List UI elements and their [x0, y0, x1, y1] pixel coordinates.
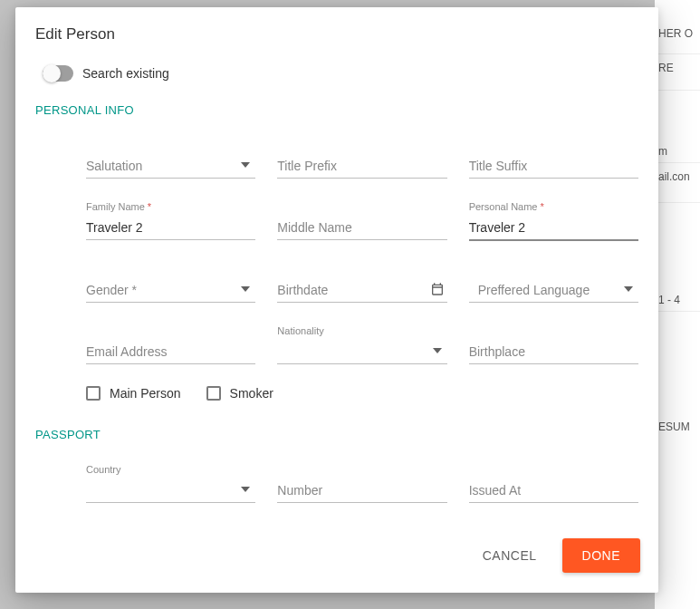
passport-country-input[interactable] — [86, 478, 255, 503]
family-name-field[interactable]: Family Name — [86, 200, 255, 241]
salutation-input[interactable] — [86, 153, 255, 179]
passport-country-label: Country — [86, 463, 255, 476]
birthdate-field[interactable]: . — [277, 263, 446, 303]
done-button[interactable]: DONE — [562, 538, 640, 573]
salutation-field[interactable]: . — [86, 139, 255, 179]
preferred-language-field[interactable]: . — [469, 263, 638, 303]
passport-country-field[interactable]: Country — [86, 463, 255, 503]
personal-name-input[interactable] — [469, 215, 638, 241]
main-person-label: Main Person — [110, 386, 181, 401]
bg-text: HER O — [655, 0, 700, 54]
expiry-date-field[interactable]: . — [277, 525, 446, 526]
title-prefix-input[interactable] — [277, 153, 446, 179]
family-name-input[interactable] — [86, 215, 255, 240]
edit-person-modal: Edit Person Search existing PERSONAL INF… — [15, 7, 658, 593]
middle-name-field[interactable]: . — [277, 200, 446, 241]
personal-name-field[interactable]: Personal Name — [469, 200, 638, 241]
birthdate-input[interactable] — [277, 277, 446, 303]
main-person-checkbox[interactable]: Main Person — [86, 386, 181, 401]
gender-input[interactable] — [86, 277, 255, 303]
modal-title: Edit Person — [15, 7, 658, 60]
title-suffix-field[interactable]: . — [469, 139, 638, 179]
date-issued-field[interactable]: . — [86, 525, 255, 526]
nationality-field[interactable]: Nationality — [277, 324, 446, 364]
search-existing-row: Search existing — [35, 60, 638, 100]
nationality-input[interactable] — [277, 339, 446, 364]
title-suffix-input[interactable] — [469, 153, 638, 179]
modal-footer: CANCEL DONE — [15, 526, 658, 593]
passport-number-field[interactable]: . — [277, 463, 446, 503]
bg-text: ESUM — [655, 312, 700, 439]
checkbox-icon — [86, 386, 101, 401]
passport-heading: PASSPORT — [35, 424, 638, 463]
bg-text: RE — [655, 54, 700, 91]
email-field[interactable]: . — [86, 324, 255, 364]
middle-name-input[interactable] — [277, 215, 446, 240]
modal-body: Search existing PERSONAL INFO . . . — [15, 60, 658, 526]
search-existing-label: Search existing — [82, 66, 169, 81]
search-existing-toggle[interactable] — [43, 65, 73, 82]
smoker-label: Smoker — [230, 386, 273, 401]
preferred-language-input[interactable] — [469, 277, 638, 303]
gender-field[interactable]: . — [86, 263, 255, 303]
passport-issued-at-field[interactable]: . — [469, 463, 638, 503]
passport-section: Country . . . — [35, 463, 638, 526]
smoker-checkbox[interactable]: Smoker — [206, 386, 273, 401]
family-name-label: Family Name — [86, 200, 255, 213]
passport-number-input[interactable] — [277, 478, 446, 503]
birthplace-field[interactable]: . — [469, 324, 638, 364]
background-panel: HER O RE m ail.con 1 - 4 ESUM — [655, 0, 700, 609]
birthplace-input[interactable] — [469, 339, 638, 364]
bg-text: ail.con — [655, 163, 700, 203]
passport-issued-at-input[interactable] — [469, 478, 638, 503]
personal-info-heading: PERSONAL INFO — [35, 100, 638, 139]
bg-text: m — [655, 91, 700, 163]
checkbox-icon — [206, 386, 221, 401]
nationality-label: Nationality — [277, 324, 446, 337]
personal-name-label: Personal Name — [469, 200, 638, 213]
bg-text: 1 - 4 — [655, 203, 700, 312]
title-prefix-field[interactable]: . — [277, 139, 446, 179]
cancel-button[interactable]: CANCEL — [475, 539, 544, 572]
personal-info-section: . . . Family Name — [35, 139, 638, 401]
email-input[interactable] — [86, 339, 255, 364]
